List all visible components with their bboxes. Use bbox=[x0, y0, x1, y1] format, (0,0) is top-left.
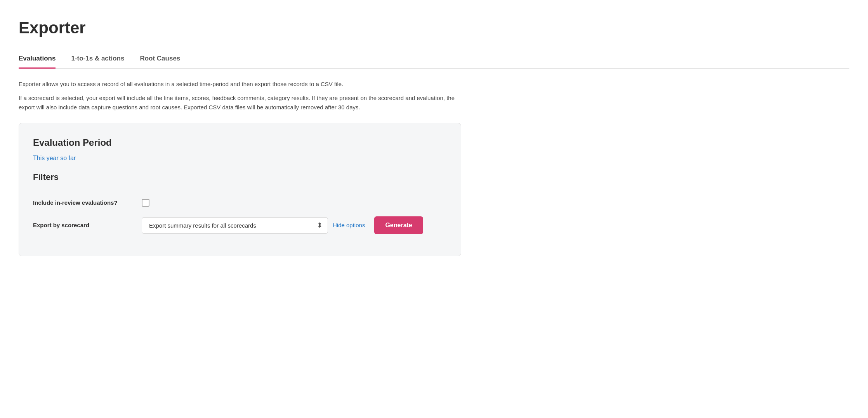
generate-button[interactable]: Generate bbox=[374, 216, 423, 234]
description-line2: If a scorecard is selected, your export … bbox=[19, 93, 461, 112]
scorecard-select-wrapper: Export summary results for all scorecard… bbox=[142, 217, 328, 234]
filters-title: Filters bbox=[33, 171, 447, 183]
actions-row: Hide options Generate bbox=[333, 216, 423, 234]
export-by-scorecard-row: Export by scorecard Export summary resul… bbox=[33, 216, 447, 234]
period-link[interactable]: This year so far bbox=[33, 154, 76, 163]
evaluation-period-title: Evaluation Period bbox=[33, 136, 447, 150]
description-line1: Exporter allows you to access a record o… bbox=[19, 79, 461, 89]
tabs-container: Evaluations 1-to-1s & actions Root Cause… bbox=[19, 49, 849, 69]
include-in-review-checkbox[interactable] bbox=[142, 199, 149, 207]
page-title: Exporter bbox=[19, 16, 849, 40]
hide-options-link[interactable]: Hide options bbox=[333, 221, 365, 230]
scorecard-select[interactable]: Export summary results for all scorecard… bbox=[142, 217, 328, 234]
include-in-review-label: Include in-review evaluations? bbox=[33, 199, 142, 207]
include-in-review-row: Include in-review evaluations? bbox=[33, 199, 447, 207]
export-by-scorecard-label: Export by scorecard bbox=[33, 221, 142, 230]
tab-root-causes[interactable]: Root Causes bbox=[140, 50, 180, 69]
tab-one-to-ones[interactable]: 1-to-1s & actions bbox=[71, 50, 124, 69]
main-card: Evaluation Period This year so far Filte… bbox=[19, 123, 461, 257]
tab-evaluations[interactable]: Evaluations bbox=[19, 50, 56, 69]
include-in-review-checkbox-wrapper bbox=[142, 199, 149, 207]
filters-divider bbox=[33, 189, 447, 189]
